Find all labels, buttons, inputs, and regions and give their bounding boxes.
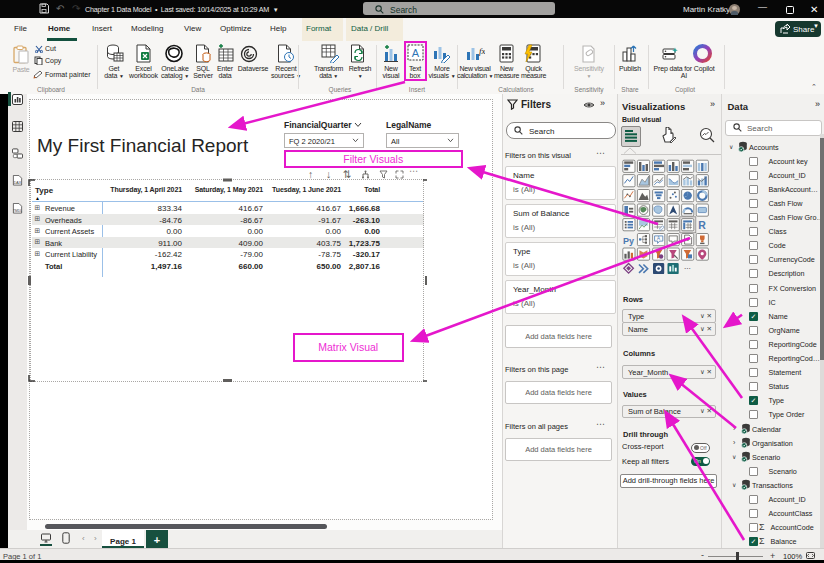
svg-text:A: A: [657, 236, 660, 241]
svg-text:Py: Py: [623, 236, 634, 246]
svg-text:TMDL: TMDL: [13, 209, 22, 213]
svg-text:⋯: ⋯: [684, 264, 692, 273]
svg-text:R: R: [698, 219, 706, 231]
svg-text:fx: fx: [479, 46, 485, 56]
svg-text:DAX: DAX: [14, 181, 22, 185]
